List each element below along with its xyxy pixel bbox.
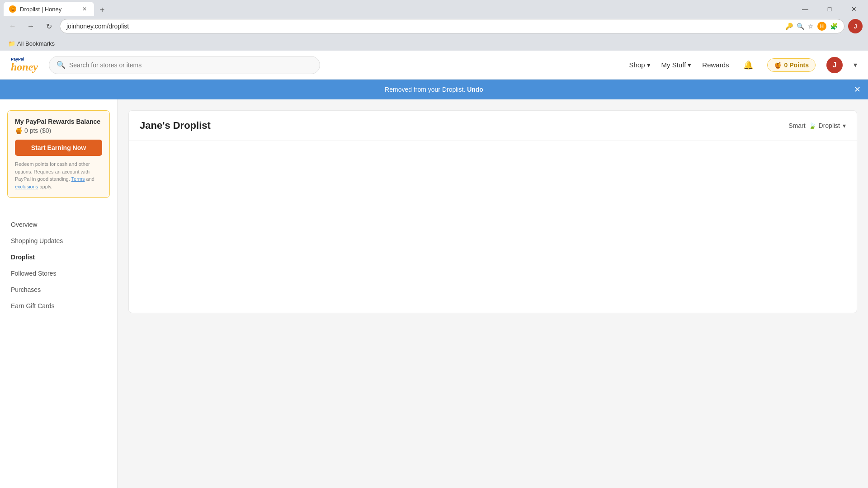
- bookmarks-label: All Bookmarks: [17, 40, 55, 47]
- back-button[interactable]: ←: [5, 19, 20, 33]
- start-earning-button[interactable]: Start Earning Now: [15, 140, 102, 156]
- address-bar-url: joinhoney.com/droplist: [66, 23, 782, 30]
- sidebar-item-followed-stores[interactable]: Followed Stores: [0, 265, 117, 282]
- page-content: PayPal honey 🔍 Shop ▾ My Stuff ▾ Rewards…: [0, 51, 868, 488]
- sidebar-navigation: Overview Shopping Updates Droplist Follo…: [0, 213, 117, 318]
- search-bar[interactable]: 🔍: [49, 56, 320, 74]
- maximize-button[interactable]: □: [819, 2, 840, 16]
- tab-bar: 🍯 Droplist | Honey ✕ + — □ ✕: [0, 0, 868, 16]
- banner-close-button[interactable]: ✕: [854, 84, 861, 94]
- undo-link[interactable]: Undo: [467, 86, 483, 93]
- bookmarks-bar: 📁 All Bookmarks: [0, 36, 868, 51]
- user-avatar[interactable]: J: [826, 57, 843, 73]
- browser-toolbar: ← → ↻ joinhoney.com/droplist 🔑 🔍 ☆ H 🧩 J: [0, 16, 868, 36]
- sidebar-item-overview[interactable]: Overview: [0, 216, 117, 233]
- droplist-chevron-icon: ▾: [843, 122, 846, 129]
- smart-label: Smart: [788, 122, 805, 129]
- sidebar-item-droplist[interactable]: Droplist: [0, 249, 117, 265]
- banner-message: Removed from your Droplist.: [385, 86, 465, 93]
- extensions-icon: 🧩: [830, 23, 838, 30]
- forward-button[interactable]: →: [24, 19, 38, 33]
- minimize-button[interactable]: —: [795, 2, 816, 16]
- sidebar-item-shopping-updates[interactable]: Shopping Updates: [0, 233, 117, 249]
- shop-menu[interactable]: Shop ▾: [629, 61, 651, 69]
- avatar-initial: J: [833, 61, 837, 69]
- mystuff-label: My Stuff: [661, 61, 686, 69]
- honey-logo-text: honey: [11, 61, 38, 72]
- droplist-title: Jane's Droplist: [140, 120, 211, 131]
- honey-coin-small-icon: 🍯: [15, 127, 23, 134]
- address-bar[interactable]: joinhoney.com/droplist 🔑 🔍 ☆ H 🧩: [60, 19, 844, 33]
- browser-chrome: 🍯 Droplist | Honey ✕ + — □ ✕ ← → ↻ joinh…: [0, 0, 868, 51]
- zoom-icon: 🔍: [797, 23, 804, 30]
- notifications-button[interactable]: 🔔: [740, 57, 756, 73]
- tab-close-button[interactable]: ✕: [80, 5, 89, 13]
- sidebar: My PayPal Rewards Balance 🍯 0 pts ($0) S…: [0, 99, 118, 488]
- droplist-label: Droplist: [819, 122, 840, 129]
- window-controls: — □ ✕: [795, 2, 864, 16]
- rewards-dollar-value: ($0): [40, 127, 51, 134]
- star-icon: ☆: [808, 23, 814, 30]
- mystuff-chevron-icon: ▾: [688, 61, 691, 69]
- search-input[interactable]: [69, 61, 312, 69]
- bookmarks-folder[interactable]: 📁 All Bookmarks: [5, 39, 57, 48]
- shop-label: Shop: [629, 61, 645, 69]
- smart-leaf-icon: 🍃: [808, 122, 816, 129]
- content-area: Jane's Droplist Smart 🍃 Droplist ▾: [118, 99, 868, 488]
- exclusions-link[interactable]: exclusions: [15, 184, 38, 189]
- honey-extension-icon: H: [817, 22, 826, 31]
- rewards-card: My PayPal Rewards Balance 🍯 0 pts ($0) S…: [7, 110, 110, 198]
- honey-coin-icon: 🍯: [774, 61, 782, 69]
- close-button[interactable]: ✕: [844, 2, 864, 16]
- avatar-chevron-icon: ▾: [854, 61, 857, 69]
- bell-icon: 🔔: [743, 60, 753, 70]
- droplist-card: Jane's Droplist Smart 🍃 Droplist ▾: [128, 110, 857, 313]
- sidebar-item-purchases[interactable]: Purchases: [0, 282, 117, 298]
- lock-icon: 🔑: [785, 23, 793, 30]
- terms-link[interactable]: Terms: [71, 176, 85, 182]
- mystuff-menu[interactable]: My Stuff ▾: [661, 61, 692, 69]
- main-container: My PayPal Rewards Balance 🍯 0 pts ($0) S…: [0, 99, 868, 488]
- reload-button[interactable]: ↻: [42, 19, 56, 33]
- points-button[interactable]: 🍯 0 Points: [767, 58, 816, 72]
- active-tab[interactable]: 🍯 Droplist | Honey ✕: [4, 2, 94, 16]
- rewards-fine-print: Redeem points for cash and other options…: [15, 160, 102, 190]
- points-label: 0 Points: [784, 61, 809, 69]
- new-tab-button[interactable]: +: [96, 4, 108, 16]
- rewards-card-title: My PayPal Rewards Balance: [15, 118, 102, 125]
- rewards-link[interactable]: Rewards: [702, 61, 729, 69]
- droplist-header: Jane's Droplist Smart 🍃 Droplist ▾: [129, 111, 857, 141]
- honey-navbar: PayPal honey 🔍 Shop ▾ My Stuff ▾ Rewards…: [0, 51, 868, 80]
- profile-button[interactable]: J: [848, 19, 863, 33]
- notification-banner: Removed from your Droplist. Undo ✕: [0, 80, 868, 99]
- toolbar-right: J: [848, 19, 863, 33]
- rewards-label: Rewards: [702, 61, 729, 69]
- nav-right: Shop ▾ My Stuff ▾ Rewards 🔔 🍯 0 Points J…: [629, 57, 857, 73]
- folder-icon: 📁: [8, 40, 15, 47]
- droplist-body: [129, 141, 857, 313]
- smart-droplist-toggle[interactable]: Smart 🍃 Droplist ▾: [788, 122, 846, 129]
- sidebar-divider: [0, 209, 117, 209]
- search-icon: 🔍: [57, 61, 66, 69]
- honey-logo[interactable]: PayPal honey: [11, 57, 38, 72]
- tab-favicon: 🍯: [9, 5, 16, 13]
- shop-chevron-icon: ▾: [647, 61, 651, 69]
- rewards-points-display: 🍯 0 pts ($0): [15, 127, 102, 134]
- tab-title: Droplist | Honey: [20, 6, 77, 13]
- sidebar-item-earn-gift-cards[interactable]: Earn Gift Cards: [0, 298, 117, 314]
- rewards-pts-value: 0 pts: [24, 127, 38, 134]
- address-bar-icons: 🔑 🔍 ☆ H 🧩: [785, 22, 838, 31]
